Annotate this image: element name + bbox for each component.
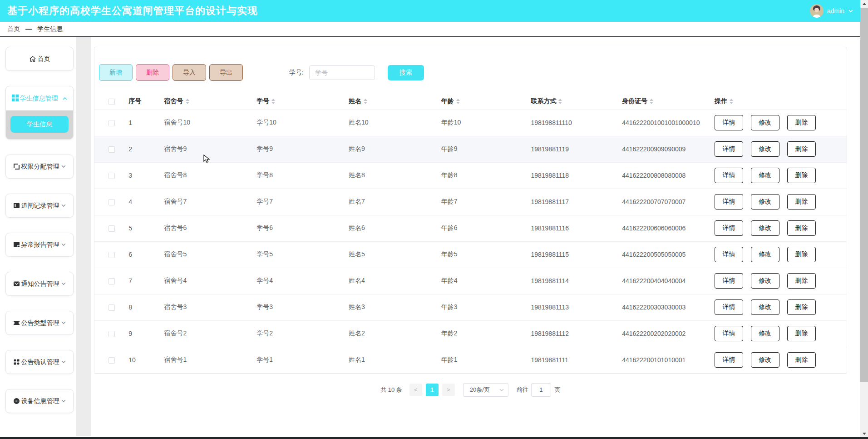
detail-button[interactable]: 详情 [715, 194, 743, 210]
cell-age: 年龄2 [441, 320, 531, 347]
sidebar-group-abnormal-report[interactable]: 异常报告管理 [5, 233, 74, 257]
delete-row-button[interactable]: 删除 [787, 141, 816, 157]
column-header-phone[interactable]: 联系方式 [531, 93, 622, 110]
delete-row-button[interactable]: 删除 [787, 115, 816, 130]
import-button[interactable]: 导入 [173, 64, 206, 81]
column-header-sid[interactable]: 学号 [256, 93, 349, 110]
edit-button[interactable]: 修改 [751, 273, 779, 289]
home-icon [29, 55, 36, 63]
search-input[interactable] [309, 65, 375, 80]
sidebar-group-header-student-info[interactable]: 学生信息管理 [6, 86, 73, 110]
sidebar-group-notice-confirm[interactable]: 公告确认管理 [5, 350, 74, 374]
column-header-name[interactable]: 姓名 [349, 93, 441, 110]
cell-name: 姓名1 [349, 347, 441, 373]
grid-icon [12, 95, 19, 103]
goto-page-input[interactable] [531, 383, 551, 397]
detail-button[interactable]: 详情 [715, 168, 743, 183]
cell-phone: 19819881117 [531, 189, 622, 215]
edit-button[interactable]: 修改 [751, 115, 779, 130]
add-button[interactable]: 新增 [99, 64, 133, 81]
detail-button[interactable]: 详情 [715, 326, 743, 341]
row-checkbox[interactable] [108, 173, 115, 179]
row-checkbox[interactable] [108, 146, 115, 153]
pagination-total: 共 10 条 [380, 386, 402, 394]
column-header-actions[interactable]: 操作 [715, 93, 847, 110]
select-all-checkbox-cell [94, 93, 128, 110]
search-button[interactable]: 搜索 [388, 65, 424, 80]
breadcrumb-home[interactable]: 首页 [7, 25, 20, 33]
edit-button[interactable]: 修改 [751, 299, 779, 315]
row-checkbox[interactable] [108, 252, 115, 258]
detail-button[interactable]: 详情 [715, 220, 743, 236]
column-header-idcard[interactable]: 身份证号 [622, 93, 715, 110]
delete-row-button[interactable]: 删除 [787, 194, 816, 210]
cell-no: 10 [128, 347, 164, 373]
cell-dorm: 宿舍号8 [164, 162, 257, 189]
page-size-select[interactable]: 20条/页 [463, 383, 508, 397]
row-checkbox[interactable] [108, 304, 115, 311]
current-page-button[interactable]: 1 [426, 384, 439, 396]
cell-dorm: 宿舍号5 [164, 241, 257, 268]
sidebar-group-permission[interactable]: 权限分配管理 [5, 155, 74, 179]
scroll-down-icon[interactable] [860, 430, 868, 437]
delete-row-button[interactable]: 删除 [787, 220, 816, 236]
delete-row-button[interactable]: 删除 [787, 326, 816, 341]
edit-button[interactable]: 修改 [751, 168, 779, 183]
table-header-row: 序号 宿舍号 学号 姓名 年龄 联系方式 身份证号 操作 [94, 93, 847, 110]
content-card: 新增 删除 导入 导出 学号: 搜索 [94, 47, 847, 374]
sidebar-group-notice-type[interactable]: 公告类型管理 [5, 311, 74, 335]
edit-button[interactable]: 修改 [751, 247, 779, 262]
delete-row-button[interactable]: 删除 [787, 299, 816, 315]
delete-row-button[interactable]: 删除 [787, 352, 816, 368]
scroll-up-icon[interactable] [860, 0, 868, 7]
detail-button[interactable]: 详情 [715, 141, 743, 157]
detail-button[interactable]: 详情 [715, 115, 743, 130]
select-all-checkbox[interactable] [108, 99, 115, 105]
detail-button[interactable]: 详情 [715, 247, 743, 262]
cell-student-id: 学号10 [256, 110, 349, 136]
cell-idcard: 441622200909090009 [622, 136, 715, 162]
sidebar-group-device[interactable]: 设备信息管理 [5, 389, 74, 413]
delete-row-button[interactable]: 删除 [787, 247, 816, 262]
scrollbar-thumb[interactable] [860, 8, 868, 382]
edit-button[interactable]: 修改 [751, 220, 779, 236]
cell-student-id: 学号4 [256, 268, 349, 294]
edit-button[interactable]: 修改 [751, 194, 779, 210]
row-checkbox[interactable] [108, 225, 115, 232]
row-checkbox[interactable] [108, 331, 115, 337]
sidebar-group-notice[interactable]: 通知公告管理 [5, 272, 74, 296]
cell-idcard: 441622200202020002 [622, 320, 715, 347]
row-checkbox[interactable] [108, 199, 115, 205]
delete-button[interactable]: 删除 [136, 64, 169, 81]
cell-no: 8 [128, 294, 164, 320]
prev-page-button[interactable]: < [409, 384, 422, 396]
pagination: 共 10 条 < 1 > 20条/页 前往 页 [94, 383, 847, 397]
chevron-down-icon [499, 387, 504, 393]
sidebar-item-student-info[interactable]: 学生信息 [10, 116, 69, 133]
table-row: 9 宿舍号2 学号2 姓名2 年龄2 19819881112 441622200… [94, 320, 847, 347]
detail-button[interactable]: 详情 [715, 273, 743, 289]
edit-button[interactable]: 修改 [751, 326, 779, 341]
detail-button[interactable]: 详情 [715, 299, 743, 315]
breadcrumb-current: 学生信息 [37, 25, 63, 33]
next-page-button[interactable]: > [442, 384, 455, 396]
cell-phone: 19819881113 [531, 294, 622, 320]
row-checkbox[interactable] [108, 357, 115, 364]
delete-row-button[interactable]: 删除 [787, 273, 816, 289]
chevron-down-icon [61, 241, 66, 249]
column-header-dorm[interactable]: 宿舍号 [164, 93, 257, 110]
cell-age: 年龄4 [441, 268, 531, 294]
row-checkbox[interactable] [108, 278, 115, 284]
sidebar-item-home[interactable]: 首页 [5, 47, 74, 71]
sidebar-group-gate-records[interactable]: 道闸记录管理 [5, 194, 74, 218]
sidebar-group-label: 道闸记录管理 [21, 202, 59, 210]
edit-button[interactable]: 修改 [751, 141, 779, 157]
delete-row-button[interactable]: 删除 [787, 168, 816, 183]
edit-button[interactable]: 修改 [751, 352, 779, 368]
detail-button[interactable]: 详情 [715, 352, 743, 368]
vertical-scrollbar [860, 0, 868, 437]
column-header-age[interactable]: 年龄 [441, 93, 531, 110]
row-checkbox[interactable] [108, 120, 115, 126]
export-button[interactable]: 导出 [209, 64, 243, 81]
user-menu[interactable]: admin [810, 4, 853, 18]
